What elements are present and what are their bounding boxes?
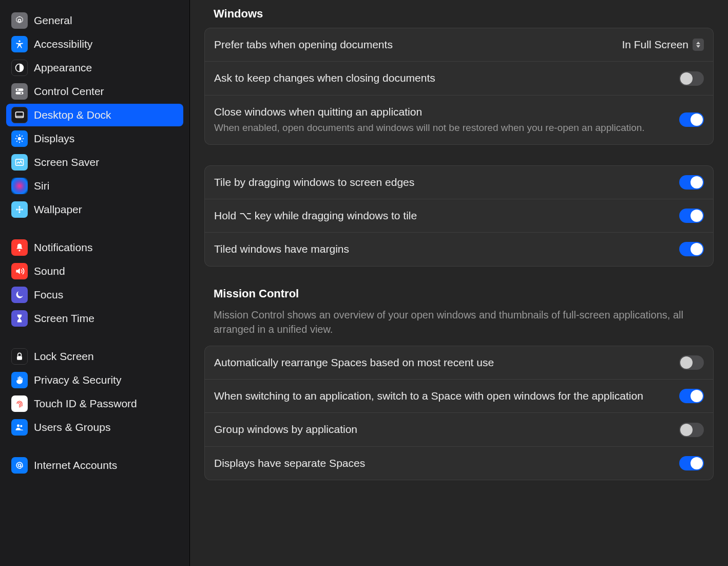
sidebar-item-desktop-dock[interactable]: Desktop & Dock <box>6 104 183 126</box>
svg-rect-25 <box>17 356 22 360</box>
sidebar-item-label: Screen Time <box>34 312 94 325</box>
tiled-margins-label: Tiled windows have margins <box>214 242 669 256</box>
sidebar-item-label: Siri <box>34 180 49 192</box>
auto-rearrange-toggle[interactable] <box>679 355 704 370</box>
auto-rearrange-row: Automatically rearrange Spaces based on … <box>205 346 713 380</box>
svg-point-1 <box>18 41 20 42</box>
group-windows-label: Group windows by application <box>214 422 669 437</box>
group-windows-toggle[interactable] <box>679 423 704 437</box>
speaker-icon <box>11 263 28 279</box>
sidebar-item-sound[interactable]: Sound <box>6 260 183 282</box>
separate-spaces-label: Displays have separate Spaces <box>214 456 669 470</box>
prefer-tabs-dropdown[interactable]: In Full Screen <box>622 39 704 51</box>
sidebar-item-label: Internet Accounts <box>34 459 117 471</box>
windows-panel: Prefer tabs when opening documents In Fu… <box>204 28 714 145</box>
sidebar-item-notifications[interactable]: Notifications <box>6 236 183 259</box>
svg-rect-4 <box>16 92 24 95</box>
sidebar-item-lock-screen[interactable]: Lock Screen <box>6 345 183 368</box>
sidebar-item-screen-time[interactable]: Screen Time <box>6 307 183 330</box>
bell-icon <box>11 239 28 256</box>
screen-saver-icon <box>11 154 28 171</box>
sidebar-item-touch-id[interactable]: Touch ID & Password <box>6 392 183 415</box>
hold-option-tile-label: Hold ⌥ key while dragging windows to til… <box>214 209 669 223</box>
tile-edges-row: Tile by dragging windows to screen edges <box>205 166 713 199</box>
svg-point-0 <box>18 20 21 22</box>
sidebar-item-displays[interactable]: Displays <box>6 127 183 150</box>
ask-keep-changes-row: Ask to keep changes when closing documen… <box>205 62 713 95</box>
sidebar-item-label: Displays <box>34 133 74 145</box>
sidebar-item-control-center[interactable]: Control Center <box>6 80 183 103</box>
sidebar-item-label: Appearance <box>34 62 92 74</box>
sidebar-item-label: Control Center <box>34 85 104 98</box>
users-icon <box>11 419 28 436</box>
sidebar-item-privacy-security[interactable]: Privacy & Security <box>6 369 183 391</box>
tile-edges-toggle[interactable] <box>679 175 704 190</box>
svg-line-14 <box>16 136 17 137</box>
fingerprint-icon <box>11 395 28 412</box>
sidebar-item-label: Focus <box>34 289 63 301</box>
main-content: Windows Prefer tabs when opening documen… <box>190 0 728 566</box>
svg-point-23 <box>21 209 23 210</box>
sidebar-item-appearance[interactable]: Appearance <box>6 56 183 79</box>
windows-section-header: Windows <box>214 7 714 21</box>
svg-point-19 <box>18 209 21 211</box>
sidebar-item-users-groups[interactable]: Users & Groups <box>6 416 183 439</box>
sidebar-item-label: Wallpaper <box>34 203 82 216</box>
tile-edges-label: Tile by dragging windows to screen edges <box>214 175 669 190</box>
svg-line-15 <box>22 141 23 142</box>
moon-icon <box>11 287 28 303</box>
svg-rect-18 <box>16 159 24 165</box>
sidebar-item-label: Desktop & Dock <box>34 109 111 121</box>
svg-point-26 <box>17 424 20 427</box>
svg-rect-3 <box>16 88 24 91</box>
separate-spaces-row: Displays have separate Spaces <box>205 447 713 480</box>
sidebar-item-label: Accessibility <box>34 38 92 50</box>
close-on-quit-toggle[interactable] <box>679 112 704 127</box>
tiled-margins-row: Tiled windows have margins <box>205 233 713 266</box>
svg-point-27 <box>20 425 22 427</box>
displays-icon <box>11 130 28 147</box>
switch-space-toggle[interactable] <box>679 389 704 403</box>
wallpaper-icon <box>11 201 28 218</box>
svg-point-20 <box>18 206 20 207</box>
siri-icon <box>11 178 28 194</box>
sidebar-item-label: Touch ID & Password <box>34 398 137 410</box>
svg-line-17 <box>22 136 23 137</box>
sidebar-item-label: General <box>34 14 72 27</box>
sidebar-item-wallpaper[interactable]: Wallpaper <box>6 198 183 221</box>
hourglass-icon <box>11 310 28 327</box>
svg-rect-7 <box>16 112 24 118</box>
sidebar-item-label: Notifications <box>34 241 92 254</box>
svg-line-16 <box>16 141 17 142</box>
sidebar-item-siri[interactable]: Siri <box>6 175 183 197</box>
sidebar-item-label: Privacy & Security <box>34 374 121 386</box>
sidebar-item-label: Screen Saver <box>34 156 99 168</box>
sidebar-item-accessibility[interactable]: Accessibility <box>6 33 183 55</box>
chevron-up-down-icon <box>693 39 704 51</box>
mission-control-panel: Automatically rearrange Spaces based on … <box>204 346 714 480</box>
desktop-dock-icon <box>11 107 28 123</box>
hold-option-tile-toggle[interactable] <box>679 209 704 223</box>
mission-control-header: Mission Control <box>214 287 714 300</box>
sidebar-item-label: Users & Groups <box>34 421 110 433</box>
tiled-margins-toggle[interactable] <box>679 242 704 256</box>
sidebar-item-label: Lock Screen <box>34 350 94 363</box>
svg-point-22 <box>16 209 17 210</box>
ask-keep-changes-label: Ask to keep changes when closing documen… <box>214 71 669 85</box>
sidebar-item-screen-saver[interactable]: Screen Saver <box>6 151 183 174</box>
appearance-icon <box>11 60 28 76</box>
sidebar-item-internet-accounts[interactable]: Internet Accounts <box>6 454 183 477</box>
dropdown-value: In Full Screen <box>622 39 688 51</box>
ask-keep-changes-toggle[interactable] <box>679 71 704 86</box>
lock-icon <box>11 348 28 365</box>
separate-spaces-toggle[interactable] <box>679 456 704 470</box>
sidebar-item-label: Sound <box>34 265 65 277</box>
close-on-quit-row: Close windows when quitting an applicati… <box>205 96 713 144</box>
sidebar-item-general[interactable]: General <box>6 9 183 32</box>
svg-point-6 <box>21 92 22 94</box>
prefer-tabs-row: Prefer tabs when opening documents In Fu… <box>205 28 713 62</box>
prefer-tabs-label: Prefer tabs when opening documents <box>214 37 611 52</box>
svg-point-24 <box>18 250 20 251</box>
svg-point-9 <box>18 137 22 141</box>
sidebar-item-focus[interactable]: Focus <box>6 284 183 306</box>
